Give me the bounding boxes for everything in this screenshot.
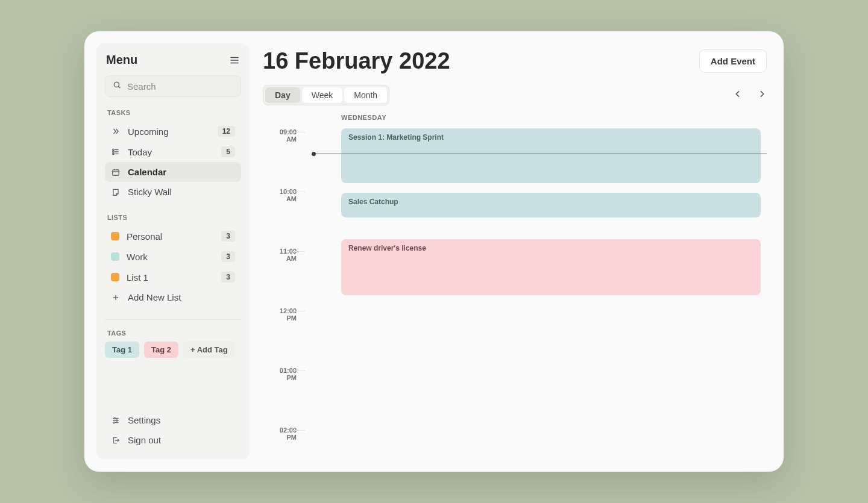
tasks-section-label: TASKS — [107, 109, 239, 116]
plus-icon — [111, 293, 121, 302]
sidebar-list-personal[interactable]: Personal 3 — [105, 226, 241, 246]
search-box[interactable] — [105, 75, 241, 97]
view-day-button[interactable]: Day — [265, 87, 300, 103]
sidebar-title: Menu — [106, 53, 137, 67]
sidebar-item-label: List 1 — [127, 272, 148, 283]
time-label: 01:00PM — [266, 367, 297, 381]
settings-button[interactable]: Settings — [105, 410, 241, 430]
sidebar-item-label: Calendar — [128, 167, 166, 177]
time-label: 02:00PM — [266, 426, 297, 441]
next-day-button[interactable] — [757, 89, 767, 101]
page-title: 16 February 2022 — [263, 48, 450, 74]
lists-list: Personal 3 Work 3 List 1 3 Add New List — [105, 226, 241, 307]
sidebar-item-calendar[interactable]: Calendar — [105, 162, 241, 182]
chevron-double-right-icon — [111, 127, 121, 136]
sidebar-item-today[interactable]: Today 5 — [105, 142, 241, 162]
color-swatch-icon — [111, 273, 119, 281]
sidebar-item-count: 3 — [221, 231, 235, 242]
calendar-day-view: 09:00AM10:00AM11:00AM12:00PM01:00PM02:00… — [263, 114, 767, 460]
sidebar-item-label: Sticky Wall — [128, 187, 172, 197]
view-segmented-control: Day Week Month — [263, 85, 389, 105]
svg-line-4 — [119, 87, 121, 89]
current-time-dot-icon — [312, 152, 316, 156]
svg-point-20 — [114, 417, 115, 419]
color-swatch-icon — [111, 252, 119, 261]
svg-point-22 — [113, 422, 115, 423]
signout-button[interactable]: Sign out — [105, 430, 241, 450]
sliders-icon — [111, 416, 121, 425]
sidebar-item-label: Settings — [128, 415, 160, 425]
calendar-event[interactable]: Sales Catchup — [341, 193, 761, 218]
sidebar-item-label: Upcoming — [128, 127, 169, 137]
calendar-icon — [111, 168, 121, 177]
time-gutter: 09:00AM10:00AM11:00AM12:00PM01:00PM02:00… — [263, 114, 305, 460]
day-of-week-label: WEDNESDAY — [341, 114, 386, 121]
main-content: 16 February 2022 Add Event Day Week Mont… — [250, 43, 772, 460]
sidebar-item-count: 5 — [221, 146, 235, 157]
lists-section-label: LISTS — [107, 214, 239, 221]
add-new-list-button[interactable]: Add New List — [105, 287, 241, 307]
sidebar-list-work[interactable]: Work 3 — [105, 246, 241, 267]
add-tag-button[interactable]: + Add Tag — [183, 342, 235, 358]
prev-day-button[interactable] — [733, 89, 743, 101]
add-event-button[interactable]: Add Event — [699, 49, 767, 73]
sidebar-item-upcoming[interactable]: Upcoming 12 — [105, 121, 241, 142]
sidebar-item-label: Today — [128, 147, 152, 157]
signout-icon — [111, 436, 121, 445]
svg-rect-8 — [113, 149, 114, 150]
sidebar-item-count: 12 — [218, 126, 235, 137]
tag-chip-1[interactable]: Tag 1 — [105, 342, 139, 358]
svg-rect-10 — [113, 153, 114, 154]
sidebar-item-label: Personal — [127, 231, 162, 242]
time-label: 10:00AM — [266, 188, 297, 202]
sidebar-item-stickywall[interactable]: Sticky Wall — [105, 182, 241, 202]
view-week-button[interactable]: Week — [302, 87, 343, 103]
time-label: 11:00AM — [266, 248, 297, 262]
search-input[interactable] — [127, 81, 242, 92]
sidebar-list-list1[interactable]: List 1 3 — [105, 267, 241, 287]
note-icon — [111, 188, 121, 196]
svg-point-21 — [116, 419, 118, 420]
sidebar-item-count: 3 — [221, 272, 235, 283]
sidebar-item-label: Add New List — [128, 292, 181, 302]
divider — [105, 319, 241, 320]
calendar-event[interactable]: Renew driver's license — [341, 239, 761, 295]
footer-nav: Settings Sign out — [105, 410, 241, 450]
svg-rect-11 — [113, 169, 119, 175]
time-label: 12:00PM — [266, 307, 297, 322]
calendar-track[interactable]: WEDNESDAY Session 1: Marketing SprintSal… — [305, 114, 767, 460]
time-label: 09:00AM — [266, 128, 297, 143]
tasks-list: Upcoming 12 Today 5 Calendar Sticky Wall — [105, 121, 241, 202]
current-time-indicator — [313, 154, 767, 154]
search-icon — [113, 81, 121, 92]
sidebar-item-label: Sign out — [128, 435, 161, 445]
view-month-button[interactable]: Month — [344, 87, 387, 103]
tags-row: Tag 1 Tag 2 + Add Tag — [105, 342, 241, 358]
tag-chip-2[interactable]: Tag 2 — [144, 342, 178, 358]
sidebar: Menu TASKS Upcoming 12 Today 5 — [96, 43, 250, 460]
svg-rect-9 — [113, 151, 114, 152]
sidebar-item-label: Work — [127, 252, 148, 262]
svg-point-3 — [114, 82, 119, 87]
color-swatch-icon — [111, 232, 119, 240]
sidebar-item-count: 3 — [221, 251, 235, 262]
calendar-event[interactable]: Session 1: Marketing Sprint — [341, 128, 761, 183]
menu-toggle-icon[interactable] — [229, 55, 240, 66]
list-check-icon — [111, 148, 121, 156]
tags-section-label: TAGS — [107, 330, 239, 337]
